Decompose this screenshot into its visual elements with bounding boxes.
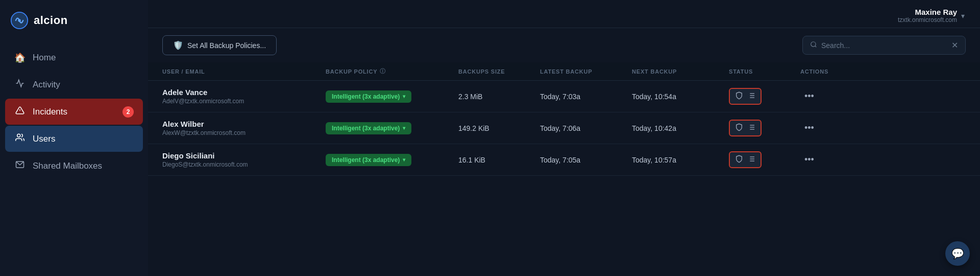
svg-point-1 [18,19,20,21]
latest-backup-cell: Today, 7:06a [540,124,632,132]
sidebar-nav: 🏠 Home Activity Incidents 2 [0,40,148,276]
chevron-down-icon: ▾ [961,12,965,20]
search-box: ✕ [802,36,966,55]
col-next-backup: NEXT BACKUP [632,67,729,75]
col-backups-size: BACKUPS SIZE [458,67,540,75]
table-row: Diego Siciliani DiegoS@tzxtk.onmicrosoft… [148,144,980,176]
next-backup-cell: Today, 10:54a [632,93,729,101]
question-icon: ⓘ [380,67,386,75]
home-icon: 🏠 [14,52,26,63]
table-body: Adele Vance AdelV@tzxtk.onmicrosoft.com … [148,81,980,176]
sidebar-item-users-label: Users [33,134,55,144]
set-backup-policies-button[interactable]: 🛡️ Set All Backup Policies... [162,35,277,55]
data-table: USER / EMAIL BACKUP POLICY ⓘ BACKUPS SIZ… [148,62,980,276]
policy-cell: Intelligent (3x adaptive) ▾ [326,154,458,166]
col-status: STATUS [729,67,800,75]
list-status-icon [747,91,755,101]
chevron-icon: ▾ [403,94,405,99]
svg-line-7 [815,45,817,47]
shared-mailboxes-icon [14,160,26,172]
main-content: Maxine Ray tzxtk.onmicrosoft.com ▾ 🛡️ Se… [148,0,980,276]
policy-badge[interactable]: Intelligent (3x adaptive) ▾ [326,90,411,103]
chevron-icon: ▾ [403,157,405,163]
list-status-icon [747,123,755,133]
sidebar-item-home-label: Home [33,53,56,63]
sidebar: alcion 🏠 Home Activity Incidents [0,0,148,276]
chevron-icon: ▾ [403,125,405,131]
table-row: Alex Wilber AlexW@tzxtk.onmicrosoft.com … [148,112,980,144]
user-cell: Adele Vance AdelV@tzxtk.onmicrosoft.com [162,88,326,105]
table-header: USER / EMAIL BACKUP POLICY ⓘ BACKUPS SIZ… [148,62,980,81]
table-row: Adele Vance AdelV@tzxtk.onmicrosoft.com … [148,81,980,112]
shield-status-icon [735,123,743,133]
backups-size-cell: 2.3 MiB [458,93,540,101]
status-cell [729,151,800,168]
chat-icon: 💬 [951,247,964,260]
sidebar-item-users[interactable]: Users [5,126,143,152]
sidebar-item-incidents-label: Incidents [33,107,67,117]
shield-status-icon [735,155,743,165]
incidents-badge: 2 [122,106,134,118]
user-email-cell: AdelV@tzxtk.onmicrosoft.com [162,98,326,105]
col-user-email: USER / EMAIL [162,67,326,75]
svg-point-6 [811,41,816,46]
sidebar-item-activity-label: Activity [33,80,60,90]
status-cell [729,88,800,105]
user-name: Maxine Ray [898,8,957,16]
col-latest-backup: LATEST BACKUP [540,67,632,75]
next-backup-cell: Today, 10:42a [632,124,729,132]
actions-cell: ••• [800,121,862,135]
policy-badge[interactable]: Intelligent (3x adaptive) ▾ [326,154,411,166]
policy-cell: Intelligent (3x adaptive) ▾ [326,90,458,103]
actions-cell: ••• [800,89,862,104]
backups-size-cell: 16.1 KiB [458,156,540,164]
list-status-icon [747,155,755,165]
search-input[interactable] [821,41,947,50]
logo: alcion [0,0,148,40]
user-full-name: Alex Wilber [162,120,326,128]
user-cell: Diego Siciliani DiegoS@tzxtk.onmicrosoft… [162,151,326,168]
user-email-cell: AlexW@tzxtk.onmicrosoft.com [162,129,326,136]
backup-policy-btn-label: Set All Backup Policies... [187,41,266,50]
user-profile[interactable]: Maxine Ray tzxtk.onmicrosoft.com ▾ [898,8,965,24]
status-icons [729,88,762,105]
search-clear-icon[interactable]: ✕ [951,40,958,50]
user-email-display: tzxtk.onmicrosoft.com [898,16,957,24]
more-actions-button[interactable]: ••• [800,121,818,135]
status-cell [729,120,800,136]
user-full-name: Adele Vance [162,88,326,97]
activity-icon [14,79,26,90]
col-backup-policy: BACKUP POLICY ⓘ [326,67,458,75]
policy-cell: Intelligent (3x adaptive) ▾ [326,122,458,134]
svg-point-4 [17,134,20,137]
latest-backup-cell: Today, 7:05a [540,156,632,164]
user-email-cell: DiegoS@tzxtk.onmicrosoft.com [162,161,326,168]
actions-cell: ••• [800,152,862,167]
user-cell: Alex Wilber AlexW@tzxtk.onmicrosoft.com [162,120,326,136]
toolbar: 🛡️ Set All Backup Policies... ✕ [148,28,980,62]
backups-size-cell: 149.2 KiB [458,124,540,132]
logo-text: alcion [34,14,68,27]
user-full-name: Diego Siciliani [162,151,326,160]
user-info: Maxine Ray tzxtk.onmicrosoft.com [898,8,957,24]
more-actions-button[interactable]: ••• [800,152,818,167]
next-backup-cell: Today, 10:57a [632,156,729,164]
sidebar-item-shared-mailboxes-label: Shared Mailboxes [33,161,102,171]
sidebar-item-incidents[interactable]: Incidents 2 [5,99,143,125]
shield-icon: 🛡️ [173,40,183,50]
shield-status-icon [735,91,743,101]
policy-badge[interactable]: Intelligent (3x adaptive) ▾ [326,122,411,134]
users-icon [14,133,26,145]
status-icons [729,151,762,168]
more-actions-button[interactable]: ••• [800,89,818,104]
col-actions: ACTIONS [800,67,862,75]
status-icons [729,120,762,136]
sidebar-item-activity[interactable]: Activity [5,72,143,98]
incidents-icon [14,106,26,118]
search-icon [810,41,817,50]
chat-widget[interactable]: 💬 [945,241,970,266]
sidebar-item-home[interactable]: 🏠 Home [5,45,143,71]
latest-backup-cell: Today, 7:03a [540,93,632,101]
sidebar-item-shared-mailboxes[interactable]: Shared Mailboxes [5,153,143,179]
topbar: Maxine Ray tzxtk.onmicrosoft.com ▾ [148,0,980,28]
